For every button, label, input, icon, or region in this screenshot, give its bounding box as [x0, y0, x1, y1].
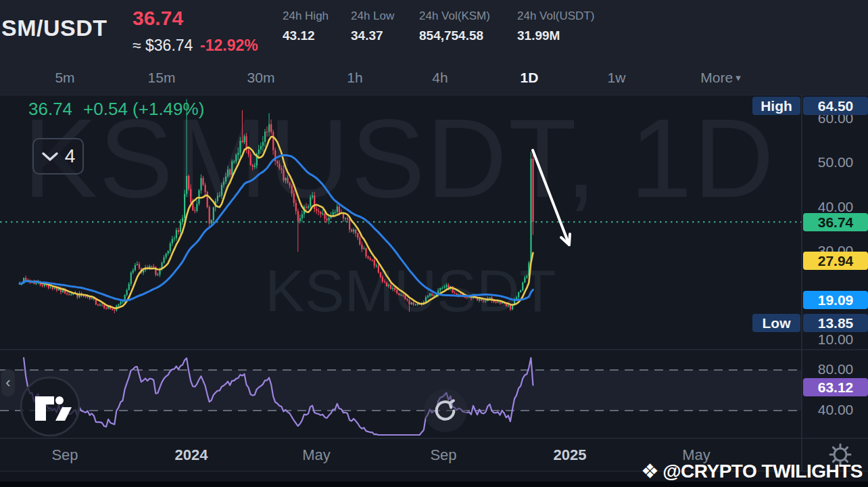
chevron-left-icon: ‹ — [5, 374, 10, 392]
price-tick: 50.00 — [803, 154, 868, 170]
refresh-icon — [431, 396, 460, 425]
chevron-down-icon — [41, 152, 59, 162]
timeframe-tabs: 5m 15m 30m 1h 4h 1D 1w More▾ — [0, 61, 868, 95]
tab-5m[interactable]: 5m — [55, 70, 74, 86]
tab-4h[interactable]: 4h — [432, 70, 448, 86]
stat-label: 24h High — [283, 9, 329, 23]
pair-name[interactable]: SM/USDT — [1, 15, 107, 41]
indicator-collapse-button[interactable]: 4 — [32, 138, 84, 175]
creator-watermark: ❖ @CRYPTO TWILIGHTS — [641, 459, 863, 483]
tab-15m[interactable]: 15m — [148, 70, 176, 86]
stat-value: 34.37 — [351, 28, 394, 43]
tab-1d[interactable]: 1D — [521, 70, 539, 86]
stat-value: 43.12 — [283, 28, 329, 43]
change-percent: -12.92% — [200, 37, 258, 55]
time-label: Sep — [430, 446, 456, 464]
low-value-badge: 13.85 — [803, 314, 868, 332]
stat-24h-high: 24h High 43.12 — [283, 9, 329, 43]
legend-change: +0.54 (+1.49%) — [83, 99, 204, 119]
tab-1w[interactable]: 1w — [608, 70, 626, 86]
symbol-watermark-small: KSMUSDT — [265, 261, 556, 321]
high-value-badge: 64.50 — [803, 97, 868, 115]
stat-24h-vol-usdt: 24h Vol(USDT) 31.99M — [517, 9, 594, 43]
left-drawer-handle[interactable]: ‹ — [1, 369, 15, 396]
tab-more[interactable]: More▾ — [700, 70, 740, 86]
tv-glyph-dot — [55, 396, 64, 404]
high-label-badge: High — [752, 97, 800, 115]
tradingview-logo[interactable] — [20, 376, 80, 437]
stat-label: 24h Vol(USDT) — [517, 9, 594, 23]
ma-slow-badge: 19.09 — [803, 291, 868, 309]
last-price: 36.74 — [132, 7, 183, 30]
tab-30m[interactable]: 30m — [247, 70, 275, 86]
price-tick: 40.00 — [803, 402, 868, 418]
fiat-price: ≈ $36.74 — [132, 37, 193, 55]
chevron-down-icon: ▾ — [736, 72, 741, 83]
time-label: 2024 — [175, 446, 208, 464]
indicator-count: 4 — [65, 145, 76, 167]
low-label-badge: Low — [752, 314, 800, 332]
ma-fast-badge: 27.94 — [803, 252, 868, 270]
time-label: May — [302, 446, 331, 464]
time-label: Sep — [51, 446, 78, 464]
refresh-button[interactable] — [424, 389, 467, 432]
stat-label: 24h Vol(KSM) — [419, 9, 490, 23]
diamond-icon: ❖ — [641, 459, 658, 483]
chart-legend: 36.74+0.54 (+1.49%) — [28, 99, 204, 120]
stat-24h-low: 24h Low 34.37 — [351, 9, 394, 43]
more-label: More — [700, 70, 733, 85]
legend-price: 36.74 — [28, 99, 72, 119]
current-price-badge: 36.74 — [803, 213, 868, 231]
trading-app: SM/USDT 36.74 ≈ $36.74 -12.92% 24h High … — [0, 0, 868, 487]
stat-value: 854,754.58 — [419, 28, 490, 43]
price-tick: 80.00 — [803, 361, 868, 377]
rsi-value-badge: 63.12 — [803, 378, 868, 396]
price-tick: 10.00 — [803, 331, 868, 348]
tab-1h[interactable]: 1h — [347, 70, 362, 86]
stat-label: 24h Low — [351, 9, 394, 23]
creator-handle: @CRYPTO TWILIGHTS — [662, 461, 863, 482]
time-label: 2025 — [554, 446, 587, 464]
stat-24h-vol-ksm: 24h Vol(KSM) 854,754.58 — [419, 9, 490, 43]
stat-value: 31.99M — [517, 28, 594, 43]
